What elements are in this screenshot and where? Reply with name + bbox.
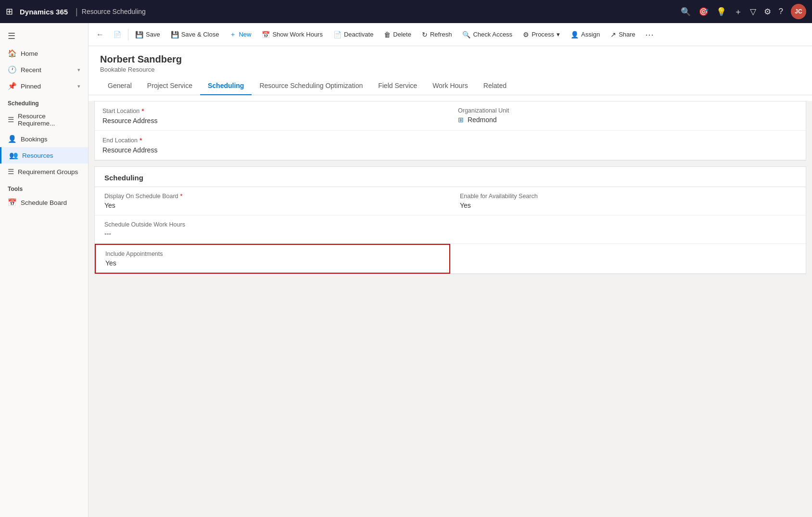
sidebar-req-groups-label: Requirement Groups <box>18 168 78 176</box>
save-button[interactable]: 💾 Save <box>130 28 165 41</box>
save-close-icon: 💾 <box>171 31 179 38</box>
top-navigation: ⊞ Dynamics 365 | Resource Scheduling 🔍 🎯… <box>0 0 812 23</box>
delete-icon: 🗑 <box>384 31 391 38</box>
save-close-button[interactable]: 💾 Save & Close <box>166 28 224 41</box>
calendar-icon: 📅 <box>8 198 17 207</box>
sidebar-item-bookings[interactable]: 👤 Bookings <box>0 131 88 147</box>
check-access-button[interactable]: 🔍 Check Access <box>457 28 517 41</box>
bulb-icon[interactable]: 💡 <box>716 7 726 17</box>
sidebar-bookings-label: Bookings <box>21 136 48 143</box>
groups-icon: ☰ <box>8 167 14 176</box>
save-label: Save <box>146 31 160 38</box>
sidebar-schedule-board-label: Schedule Board <box>21 199 67 206</box>
schedule-outside-label-text: Schedule Outside Work Hours <box>104 221 185 228</box>
new-icon: ＋ <box>229 30 236 39</box>
sidebar-item-recent[interactable]: 🕐 Recent ▾ <box>0 62 88 78</box>
org-unit-label-text: Organizational Unit <box>458 107 509 114</box>
record-title: Norbert Sandberg <box>100 54 800 65</box>
process-button[interactable]: ⚙ Process ▾ <box>518 28 565 41</box>
schedule-outside-value: --- <box>104 230 441 238</box>
enable-availability-label: Enable for Availability Search <box>460 193 796 200</box>
more-options-button[interactable]: ⋯ <box>641 27 658 42</box>
deactivate-button[interactable]: 📄 Deactivate <box>329 28 378 41</box>
avatar[interactable]: JC <box>791 4 806 19</box>
sidebar-recent-label: Recent <box>21 66 41 74</box>
sidebar-item-resources[interactable]: 👥 Resources <box>0 147 88 164</box>
check-access-label: Check Access <box>473 31 512 38</box>
chevron-down-icon: ▾ <box>77 83 80 89</box>
share-label: Share <box>619 31 635 38</box>
include-appointments-value: Yes <box>105 259 440 267</box>
sidebar-item-requirement-groups[interactable]: ☰ Requirement Groups <box>0 164 88 180</box>
end-location-value: Resource Address <box>102 146 443 154</box>
include-appointments-label-text: Include Appointments <box>105 251 163 257</box>
waffle-icon[interactable]: ⊞ <box>6 6 13 17</box>
settings-icon[interactable]: ⚙ <box>764 7 771 17</box>
target-icon[interactable]: 🎯 <box>698 7 709 17</box>
end-location-label: End Location * <box>102 137 443 144</box>
sidebar-item-home[interactable]: 🏠 Home <box>0 45 88 62</box>
new-label: New <box>239 31 251 38</box>
refresh-button[interactable]: ↻ Refresh <box>417 28 457 41</box>
nav-divider: | <box>76 7 78 17</box>
tab-resource-scheduling-opt[interactable]: Resource Scheduling Optimization <box>252 77 370 95</box>
scheduling-grid: Display On Schedule Board * Yes Enable f… <box>95 187 806 274</box>
assign-icon: 👤 <box>571 31 579 38</box>
tab-field-service[interactable]: Field Service <box>370 77 425 95</box>
assign-label: Assign <box>581 31 600 38</box>
save-close-label: Save & Close <box>181 31 219 38</box>
show-work-hours-label: Show Work Hours <box>272 31 323 38</box>
help-icon[interactable]: ? <box>779 7 783 16</box>
command-bar: ← 📄 💾 Save 💾 Save & Close ＋ New 📅 Show W… <box>89 23 812 46</box>
delete-button[interactable]: 🗑 Delete <box>379 28 416 41</box>
scheduling-section-title: Scheduling <box>95 167 806 187</box>
search-icon[interactable]: 🔍 <box>681 7 691 17</box>
add-icon[interactable]: ＋ <box>734 6 742 17</box>
form-header: Norbert Sandberg Bookable Resource <box>89 46 812 77</box>
display-schedule-board-label-text: Display On Schedule Board <box>104 193 178 200</box>
process-icon: ⚙ <box>523 31 529 38</box>
filter-icon[interactable]: ▽ <box>750 7 756 17</box>
tab-scheduling[interactable]: Scheduling <box>200 77 252 95</box>
show-work-hours-button[interactable]: 📅 Show Work Hours <box>257 28 328 41</box>
display-required: * <box>180 193 183 200</box>
location-field-grid: Start Location * Resource Address Organi… <box>95 101 806 160</box>
sidebar-item-schedule-board[interactable]: 📅 Schedule Board <box>0 194 88 211</box>
sidebar-pinned-label: Pinned <box>21 83 41 90</box>
start-location-cell: Start Location * Resource Address <box>95 101 450 131</box>
chevron-down-icon: ▾ <box>557 31 560 38</box>
new-button[interactable]: ＋ New <box>225 27 256 42</box>
tab-related[interactable]: Related <box>476 77 514 95</box>
display-schedule-board-label: Display On Schedule Board * <box>104 193 441 200</box>
recent-icon: 🕐 <box>8 65 17 74</box>
display-schedule-board-value: Yes <box>104 202 441 209</box>
schedule-outside-hours-cell: Schedule Outside Work Hours --- <box>95 215 450 244</box>
tab-general[interactable]: General <box>100 77 140 95</box>
sidebar-toggle[interactable]: ☰ <box>0 27 88 45</box>
empty-sched-cell <box>450 215 806 244</box>
people-icon: 👥 <box>9 151 18 160</box>
include-appointments-cell: Include Appointments Yes <box>95 244 450 274</box>
module-name: Resource Scheduling <box>82 8 681 15</box>
record-icon: 📄 <box>114 31 121 38</box>
share-icon: ↗ <box>610 31 616 38</box>
end-location-required: * <box>140 137 142 144</box>
sidebar-item-resource-requirements[interactable]: ☰ Resource Requireme... <box>0 109 88 131</box>
org-unit-value: ⊞ Redmond <box>458 116 798 124</box>
sidebar-item-pinned[interactable]: 📌 Pinned ▾ <box>0 78 88 94</box>
start-location-required: * <box>141 107 144 115</box>
back-button[interactable]: ← <box>92 28 108 41</box>
org-unit-link[interactable]: Redmond <box>468 116 497 124</box>
schedule-outside-label: Schedule Outside Work Hours <box>104 221 441 228</box>
sidebar-home-label: Home <box>21 50 38 57</box>
chevron-down-icon: ▾ <box>77 67 80 73</box>
record-subtitle: Bookable Resource <box>100 66 800 73</box>
record-icon-button[interactable]: 📄 <box>109 28 126 41</box>
tab-work-hours[interactable]: Work Hours <box>425 77 476 95</box>
list-icon: ☰ <box>8 115 14 124</box>
check-access-icon: 🔍 <box>462 31 470 38</box>
assign-button[interactable]: 👤 Assign <box>566 28 605 41</box>
tab-project-service[interactable]: Project Service <box>140 77 200 95</box>
share-button[interactable]: ↗ Share <box>606 28 640 41</box>
person-icon: 👤 <box>8 135 17 143</box>
